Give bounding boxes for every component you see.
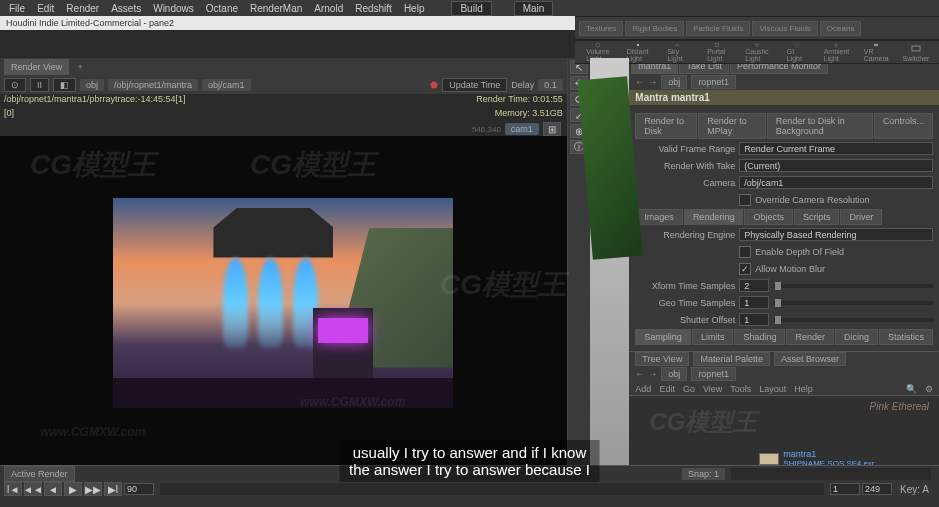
stop-button[interactable]: ◧ [53,78,76,92]
engine-dropdown[interactable]: Physically Based Rendering [739,228,933,241]
path-mantra[interactable]: /obj/ropnet1/mantra [108,79,198,91]
tab-sampling[interactable]: Sampling [635,329,691,345]
menu-help[interactable]: Help [399,3,430,14]
play-button[interactable]: ⊙ [4,78,26,92]
dof-checkbox[interactable] [739,246,751,258]
node-name-header[interactable]: Mantra mantra1 [629,90,939,105]
net-menu-go[interactable]: Go [683,384,695,394]
menu-renderman[interactable]: RenderMan [245,3,307,14]
tab-objects[interactable]: Objects [744,209,793,225]
network-tree-tab[interactable]: Tree View [635,352,689,366]
first-frame-button[interactable]: I◄ [4,482,22,496]
bc-obj[interactable]: obj [661,75,687,89]
next-key-button[interactable]: ▶▶ [84,482,102,496]
menu-file[interactable]: File [4,3,30,14]
stop-icon[interactable]: ⬟ [430,80,438,90]
net-menu-help[interactable]: Help [794,384,813,394]
net-search-icon[interactable]: 🔍 [906,384,917,394]
back-icon[interactable]: ← [635,77,644,87]
menu-redshift[interactable]: Redshift [350,3,397,14]
distant-light-icon[interactable]: Distant Light [628,42,648,62]
path-obj[interactable]: obj [80,79,104,91]
sky-light-icon[interactable]: Sky Light [667,42,687,62]
camera-field[interactable]: /obj/cam1 [739,176,933,189]
net-bc-ropnet[interactable]: ropnet1 [691,367,736,381]
network-mat-tab[interactable]: Material Palette [693,352,770,366]
shutter-slider[interactable] [773,318,933,322]
last-frame-button[interactable]: ▶I [104,482,122,496]
menu-octane[interactable]: Octane [201,3,243,14]
tab-images[interactable]: Images [635,209,683,225]
xform-field[interactable]: 2 [739,279,769,292]
controls-button[interactable]: Controls... [874,113,933,139]
network-asset-tab[interactable]: Asset Browser [774,352,846,366]
vr-camera-icon[interactable]: VR Camera [866,42,886,62]
timeline-track[interactable] [731,468,931,480]
mblur-checkbox[interactable] [739,263,751,275]
play-back-button[interactable]: ◄ [44,482,62,496]
take-dropdown[interactable]: (Current) [739,159,933,172]
scene-viewport[interactable] [590,58,630,483]
portal-light-icon[interactable]: Portal Light [707,42,727,62]
tab-shading[interactable]: Shading [734,329,785,345]
shelf-tab[interactable]: Viscous Fluids [752,21,817,36]
frame-range-dropdown[interactable]: Render Current Frame [739,142,933,155]
menu-windows[interactable]: Windows [148,3,199,14]
render-bg-button[interactable]: Render to Disk in Background [767,113,873,139]
end-frame-field[interactable] [862,483,892,495]
tab-driver[interactable]: Driver [840,209,882,225]
add-tab-button[interactable]: + [77,62,82,72]
render-view-tab[interactable]: Render View [4,59,69,75]
menu-render[interactable]: Render [61,3,104,14]
update-time-button[interactable]: Update Time [442,78,507,92]
tab-limits[interactable]: Limits [692,329,734,345]
delay-field[interactable]: 0.1 [538,79,563,91]
gi-light-icon[interactable]: GI Light [787,42,807,62]
play-forward-button[interactable]: ▶ [64,482,82,496]
shelf-tab[interactable]: Oceans [820,21,862,36]
prev-key-button[interactable]: ◄◄ [24,482,42,496]
caustic-light-icon[interactable]: Caustic Light [747,42,767,62]
desktop-build[interactable]: Build [451,1,491,16]
snap-label[interactable]: Snap: 1 [682,468,725,480]
tab-rendering[interactable]: Rendering [684,209,744,225]
override-res-checkbox[interactable] [739,194,751,206]
menu-arnold[interactable]: Arnold [309,3,348,14]
back-icon[interactable]: ← [635,369,644,379]
start-frame-field[interactable] [830,483,860,495]
net-gear-icon[interactable]: ⚙ [925,384,933,394]
net-menu-view[interactable]: View [703,384,722,394]
shelf-tab[interactable]: Particle Fluids [686,21,750,36]
geo-field[interactable]: 1 [739,296,769,309]
forward-icon[interactable]: → [648,369,657,379]
forward-icon[interactable]: → [648,77,657,87]
tab-dicing[interactable]: Dicing [835,329,878,345]
net-menu-edit[interactable]: Edit [659,384,675,394]
net-bc-obj[interactable]: obj [661,367,687,381]
timeline-scrubber[interactable] [160,483,824,495]
shelf-tab[interactable]: Textures [579,21,623,36]
switcher-icon[interactable]: Switcher [906,42,926,62]
shelf-tab[interactable]: Rigid Bodies [625,21,684,36]
bc-ropnet[interactable]: ropnet1 [691,75,736,89]
active-render-tab[interactable]: Active Render [4,466,75,482]
menu-edit[interactable]: Edit [32,3,59,14]
pause-button[interactable]: II [30,78,49,92]
tab-scripts[interactable]: Scripts [794,209,840,225]
render-to-disk-button[interactable]: Render to Disk [635,113,697,139]
desktop-main[interactable]: Main [514,1,554,16]
net-menu-tools[interactable]: Tools [730,384,751,394]
expand-icon[interactable]: ⊞ [543,122,561,136]
ambient-light-icon[interactable]: Ambient Light [826,42,846,62]
tab-statistics[interactable]: Statistics [879,329,933,345]
current-frame-field[interactable] [124,483,154,495]
net-menu-layout[interactable]: Layout [759,384,786,394]
net-menu-add[interactable]: Add [635,384,651,394]
xform-slider[interactable] [773,284,933,288]
geo-slider[interactable] [773,301,933,305]
render-to-mplay-button[interactable]: Render to MPlay [698,113,765,139]
path-cam[interactable]: obj/cam1 [202,79,251,91]
shutter-field[interactable]: 1 [739,313,769,326]
tab-render[interactable]: Render [786,329,834,345]
camera-chip[interactable]: cam1 [505,123,539,135]
